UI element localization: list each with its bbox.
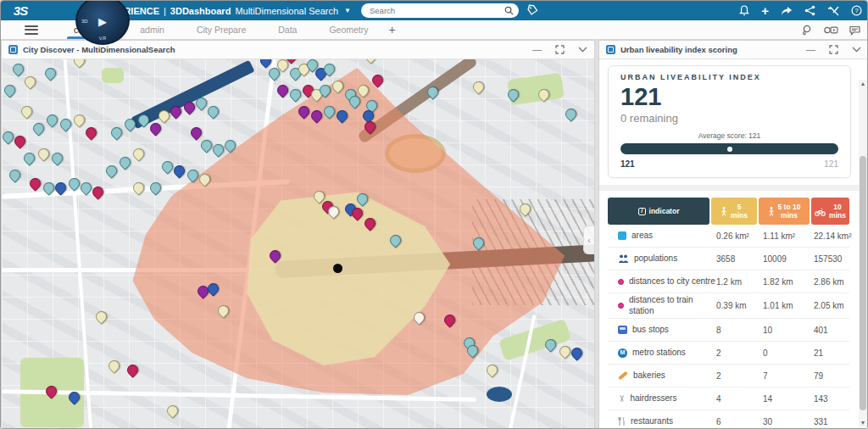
map-pin[interactable] xyxy=(258,59,273,69)
slider-knob[interactable] xyxy=(727,147,732,152)
chevron-down-icon[interactable]: ▼ xyxy=(344,7,351,14)
global-search[interactable] xyxy=(361,3,519,18)
map-pin[interactable] xyxy=(43,383,58,398)
lasso-search-icon[interactable] xyxy=(801,25,813,36)
map-pin[interactable] xyxy=(330,78,345,93)
map-pin[interactable] xyxy=(484,362,499,377)
map-pin[interactable] xyxy=(296,103,311,119)
map-pin[interactable] xyxy=(106,358,121,373)
map-pin[interactable] xyxy=(83,125,98,140)
map-pin[interactable] xyxy=(205,103,220,119)
map-pin[interactable] xyxy=(44,112,59,127)
tab-admin[interactable]: admin xyxy=(133,20,171,39)
map-pin[interactable] xyxy=(171,163,186,178)
map-pin[interactable] xyxy=(7,167,22,182)
3dswym-icon[interactable] xyxy=(827,6,839,16)
chevron-down-icon[interactable] xyxy=(578,47,587,53)
map-pin[interactable] xyxy=(309,108,324,123)
minimize-icon[interactable]: — xyxy=(806,45,815,54)
map-pin[interactable] xyxy=(31,120,46,136)
tab-city-prepare[interactable]: City Prepare xyxy=(190,20,253,39)
scrollbar-thumb[interactable] xyxy=(860,156,866,410)
map-pin[interactable] xyxy=(334,108,349,123)
map-pin[interactable] xyxy=(90,184,105,199)
map-pin[interactable] xyxy=(370,72,385,87)
add-tab-button[interactable]: + xyxy=(389,23,396,36)
map-pin[interactable] xyxy=(563,106,578,121)
map-pin[interactable] xyxy=(517,201,532,216)
tab-geometry[interactable]: Geometry xyxy=(322,20,375,39)
panel-scrollbar[interactable]: ▲ ▼ xyxy=(859,80,867,427)
tag-icon[interactable] xyxy=(526,4,538,16)
map-pin[interactable] xyxy=(362,215,377,231)
map-pin[interactable] xyxy=(12,133,27,148)
scroll-up-icon[interactable]: ▲ xyxy=(859,80,867,88)
map-pin[interactable] xyxy=(71,112,86,127)
map-pin[interactable] xyxy=(168,103,183,119)
map-pin[interactable] xyxy=(147,120,163,136)
origin-marker[interactable] xyxy=(333,264,342,273)
map-pin[interactable] xyxy=(222,137,237,153)
map-pin[interactable] xyxy=(188,125,203,140)
table-header-col3[interactable]: 10 mins xyxy=(811,198,849,225)
maximize-icon[interactable] xyxy=(829,45,838,54)
map-pin[interactable] xyxy=(103,163,119,178)
media-player-icon[interactable] xyxy=(824,25,838,35)
help-icon[interactable]: ? xyxy=(851,5,862,16)
map-pin[interactable] xyxy=(505,86,520,102)
add-content-icon[interactable]: + xyxy=(761,4,769,17)
map-pin[interactable] xyxy=(442,312,457,327)
map-pin[interactable] xyxy=(108,125,124,140)
map-pin[interactable] xyxy=(19,103,34,119)
map-pin[interactable] xyxy=(193,95,209,110)
compass-play-icon[interactable]: ▶ xyxy=(98,15,107,28)
map-pin[interactable] xyxy=(122,116,137,131)
map-pin[interactable] xyxy=(470,79,486,94)
map-pin[interactable] xyxy=(275,82,290,98)
map-pin[interactable] xyxy=(425,84,440,99)
map-pin[interactable] xyxy=(125,362,140,377)
map-pin[interactable] xyxy=(58,116,73,131)
map-pin[interactable] xyxy=(22,74,37,89)
chevron-down-icon[interactable] xyxy=(852,47,861,53)
map-pin[interactable] xyxy=(362,119,377,134)
table-header-indicator[interactable]: iindicator xyxy=(608,198,709,225)
map-pin[interactable] xyxy=(321,103,337,119)
map-pin[interactable] xyxy=(93,309,108,324)
maximize-icon[interactable] xyxy=(555,45,565,54)
map-pin[interactable] xyxy=(147,180,163,195)
map-pin[interactable] xyxy=(542,337,558,352)
map-pin[interactable] xyxy=(387,232,403,248)
map-pin[interactable] xyxy=(2,82,17,98)
search-icon[interactable] xyxy=(504,3,514,19)
map-pin[interactable] xyxy=(117,154,132,170)
map-pin[interactable] xyxy=(267,248,282,263)
compass-west-label[interactable]: 3D xyxy=(81,19,88,24)
comments-icon[interactable] xyxy=(849,25,860,36)
map-pin[interactable] xyxy=(36,146,51,161)
table-header-col1[interactable]: 5 mins xyxy=(711,198,757,225)
hamburger-menu-icon[interactable] xyxy=(25,25,38,35)
map-pin[interactable] xyxy=(411,309,426,325)
share-arrow-icon[interactable] xyxy=(781,6,793,16)
map-pin[interactable] xyxy=(536,86,551,102)
minimize-icon[interactable]: — xyxy=(532,45,542,54)
share-nodes-icon[interactable] xyxy=(804,5,815,16)
table-header-col2[interactable]: 5 to 10 mins xyxy=(759,198,810,225)
map-pin[interactable] xyxy=(287,86,303,102)
map-pin[interactable] xyxy=(131,180,146,195)
map-pin[interactable] xyxy=(197,171,212,187)
scroll-down-icon[interactable]: ▼ xyxy=(859,419,867,427)
tab-data[interactable]: Data xyxy=(271,20,303,39)
map-pin[interactable] xyxy=(27,176,42,191)
map-pin[interactable] xyxy=(164,403,180,418)
map-pin[interactable] xyxy=(42,65,58,81)
map-canvas[interactable]: ‹ xyxy=(2,59,594,429)
notifications-bell-icon[interactable] xyxy=(739,5,749,16)
dassault-systemes-logo[interactable]: 3S xyxy=(1,3,40,18)
map-pin[interactable] xyxy=(354,191,370,206)
map-pin[interactable] xyxy=(66,389,81,404)
map-pin[interactable] xyxy=(363,59,378,64)
panel-collapse-handle[interactable]: ‹ xyxy=(583,226,594,254)
map-pin[interactable] xyxy=(470,235,486,250)
